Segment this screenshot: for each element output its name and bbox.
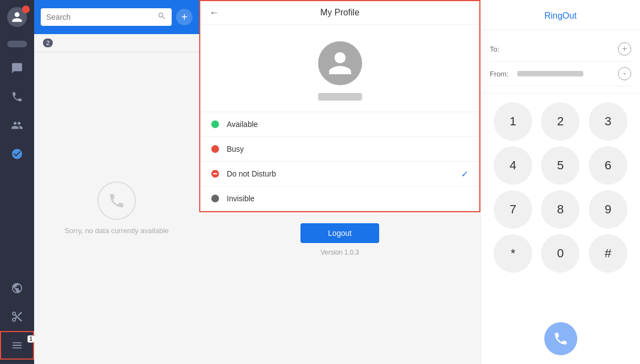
status-item-busy[interactable]: Busy	[200, 137, 479, 162]
status-item-available[interactable]: Available	[200, 112, 479, 137]
dialpad: 1 2 3 4 5 6 7 8 9 * 0 #	[481, 93, 640, 316]
from-input-area	[517, 67, 631, 80]
sidebar-item-contacts[interactable]	[0, 111, 34, 140]
version-text: Version 1.0.3	[320, 249, 359, 256]
notification-badge	[22, 5, 30, 13]
dial-key-6[interactable]: 6	[589, 146, 627, 185]
sidebar: 1	[0, 0, 34, 364]
from-dropdown-button[interactable]	[618, 67, 631, 80]
sidebar-item-globe[interactable]	[0, 274, 34, 302]
from-row: From:	[490, 62, 631, 86]
add-button[interactable]: +	[176, 9, 193, 25]
badge-row: 2	[34, 34, 199, 52]
status-item-dnd[interactable]: Do not Disturb ✓	[200, 162, 479, 186]
profile-header: ← My Profile	[200, 1, 479, 25]
call-button[interactable]	[544, 322, 577, 355]
to-row: To: +	[490, 37, 631, 62]
to-add-button[interactable]: +	[618, 42, 631, 56]
menu-badge: 1	[28, 335, 34, 343]
status-label-dnd: Do not Disturb	[227, 169, 276, 178]
status-item-invisible[interactable]: Invisible	[200, 186, 479, 211]
status-dot-invisible	[211, 195, 219, 202]
no-data-area: Sorry, no data currently available	[34, 52, 199, 364]
status-label-busy: Busy	[227, 145, 244, 153]
status-list: Available Busy Do not Disturb ✓ Invisibl…	[200, 112, 479, 211]
profile-panel: ← My Profile Available Busy Do not Distu…	[199, 0, 480, 364]
status-label-available: Available	[227, 120, 258, 129]
to-input[interactable]	[517, 45, 618, 53]
dial-key-hash[interactable]: #	[589, 234, 627, 273]
ringout-form: To: + From:	[481, 30, 640, 93]
ringout-panel: RingOut To: + From: 1 2 3 4 5	[480, 0, 640, 364]
to-label: To:	[490, 45, 517, 53]
back-button[interactable]: ←	[209, 7, 219, 19]
profile-avatar-area	[200, 25, 479, 112]
dial-key-star[interactable]: *	[494, 234, 532, 273]
call-area	[481, 316, 640, 364]
no-data-text: Sorry, no data currently available	[64, 227, 168, 235]
dial-key-2[interactable]: 2	[541, 102, 579, 141]
sidebar-item-menu[interactable]: 1	[0, 331, 34, 360]
dial-key-3[interactable]: 3	[589, 102, 627, 141]
main-panel: + 2 Sorry, no data currently available	[34, 0, 199, 364]
phone-icon-circle	[97, 181, 136, 220]
dial-key-4[interactable]: 4	[494, 146, 532, 185]
status-check-dnd: ✓	[461, 169, 468, 179]
search-input[interactable]	[46, 13, 154, 21]
search-bar: +	[34, 0, 199, 34]
dial-key-7[interactable]: 7	[494, 190, 532, 229]
ringout-header: RingOut	[481, 0, 640, 30]
status-dot-available	[211, 120, 219, 128]
sidebar-item-calls[interactable]	[0, 82, 34, 111]
logout-button[interactable]: Logout	[300, 223, 379, 243]
ringout-title: RingOut	[544, 11, 577, 20]
profile-name-blur	[318, 93, 362, 101]
from-value-blur	[517, 71, 583, 76]
status-dot-dnd	[211, 170, 219, 178]
sidebar-item-directory[interactable]	[0, 140, 34, 168]
sidebar-item-status[interactable]	[0, 34, 34, 54]
profile-title: My Profile	[320, 8, 359, 18]
status-label-invisible: Invisible	[227, 194, 255, 203]
profile-footer: Logout Version 1.0.3	[199, 212, 480, 267]
main-panel-badge: 2	[43, 38, 53, 47]
dialpad-grid: 1 2 3 4 5 6 7 8 9 * 0 #	[492, 102, 629, 273]
dial-key-0[interactable]: 0	[541, 234, 579, 273]
to-input-area: +	[517, 42, 631, 56]
dial-key-1[interactable]: 1	[494, 102, 532, 141]
sidebar-item-scissors[interactable]	[0, 302, 34, 331]
dial-key-5[interactable]: 5	[541, 146, 579, 185]
dial-key-9[interactable]: 9	[589, 190, 627, 229]
dial-key-8[interactable]: 8	[541, 190, 579, 229]
profile-content: ← My Profile Available Busy Do not Distu…	[199, 0, 480, 212]
search-icon	[157, 12, 166, 23]
status-dot-busy	[211, 145, 219, 153]
from-label: From:	[490, 70, 517, 78]
sidebar-avatar-item[interactable]	[0, 0, 34, 34]
sidebar-item-messages[interactable]	[0, 54, 34, 82]
search-input-wrapper[interactable]	[41, 8, 172, 26]
profile-avatar-big	[318, 41, 362, 85]
